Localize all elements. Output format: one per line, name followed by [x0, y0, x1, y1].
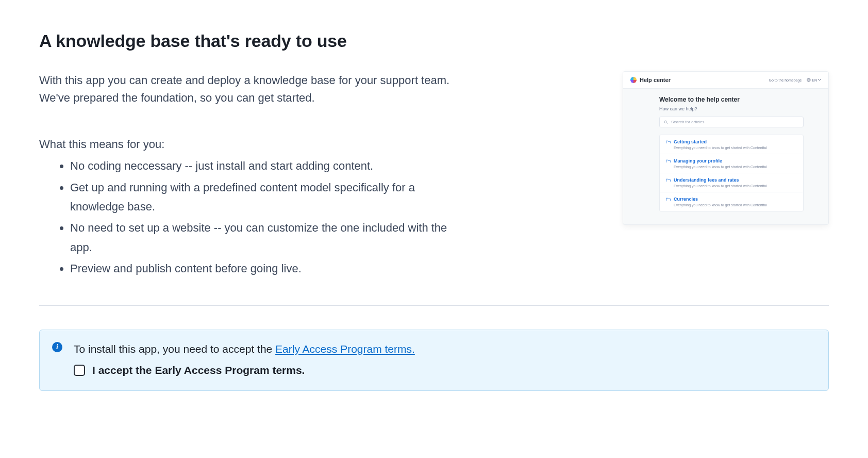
preview-item-sub: Everything you need to know to get start…: [674, 146, 797, 150]
search-icon: [664, 120, 668, 124]
info-icon: i: [52, 342, 62, 352]
preview-category-item: Understanding fees and rates Everything …: [660, 173, 803, 192]
preview-brand: Help center: [640, 77, 671, 83]
svg-point-3: [664, 121, 667, 123]
preview-homepage-link: Go to the homepage: [769, 78, 802, 82]
preview-lang: EN: [812, 78, 817, 82]
preview-item-sub: Everything you need to know to get start…: [674, 184, 797, 188]
notice-text: To install this app, you need to accept …: [74, 343, 275, 355]
preview-item-title: Currencies: [674, 197, 698, 202]
benefit-item: Get up and running with a predefined con…: [70, 178, 462, 217]
benefits-list: No coding neccessary -- just install and…: [39, 156, 462, 278]
preview-welcome: Welcome to the help center: [659, 96, 828, 103]
preview-search-placeholder: Search for articles: [671, 120, 704, 124]
preview-search-box: Search for articles: [659, 117, 804, 127]
benefit-item: No need to set up a website -- you can c…: [70, 218, 462, 257]
accept-terms-label: I accept the Early Access Program terms.: [92, 362, 305, 379]
accept-terms-checkbox[interactable]: [74, 365, 85, 376]
folder-icon: [666, 159, 671, 163]
section-divider: [39, 305, 829, 306]
folder-icon: [666, 198, 671, 201]
page-title: A knowledge base that's ready to use: [39, 31, 462, 51]
preview-category-item: Getting started Everything you need to k…: [660, 135, 803, 154]
preview-category-list: Getting started Everything you need to k…: [659, 135, 804, 211]
benefits-subhead: What this means for you:: [39, 138, 462, 151]
preview-help-question: How can we help?: [659, 106, 828, 111]
preview-category-item: Currencies Everything you need to know t…: [660, 192, 803, 211]
terms-link[interactable]: Early Access Program terms.: [275, 343, 415, 355]
terms-notice: i To install this app, you need to accep…: [39, 330, 829, 391]
folder-icon: [666, 140, 671, 144]
preview-item-sub: Everything you need to know to get start…: [674, 203, 797, 207]
folder-icon: [666, 178, 671, 182]
benefit-item: No coding neccessary -- just install and…: [70, 156, 462, 175]
preview-category-item: Managing your profile Everything you nee…: [660, 154, 803, 173]
globe-icon: [807, 78, 811, 82]
svg-line-4: [666, 123, 667, 124]
benefit-item: Preview and publish content before going…: [70, 259, 462, 278]
preview-item-title: Managing your profile: [674, 158, 722, 163]
preview-screenshot: Help center Go to the homepage EN Welcom…: [623, 71, 829, 225]
logo-icon: [630, 77, 637, 83]
preview-item-sub: Everything you need to know to get start…: [674, 165, 797, 169]
preview-item-title: Getting started: [674, 139, 707, 144]
chevron-down-icon: [818, 79, 821, 81]
preview-item-title: Understanding fees and rates: [674, 177, 739, 183]
intro-paragraph: With this app you can create and deploy …: [39, 72, 462, 107]
